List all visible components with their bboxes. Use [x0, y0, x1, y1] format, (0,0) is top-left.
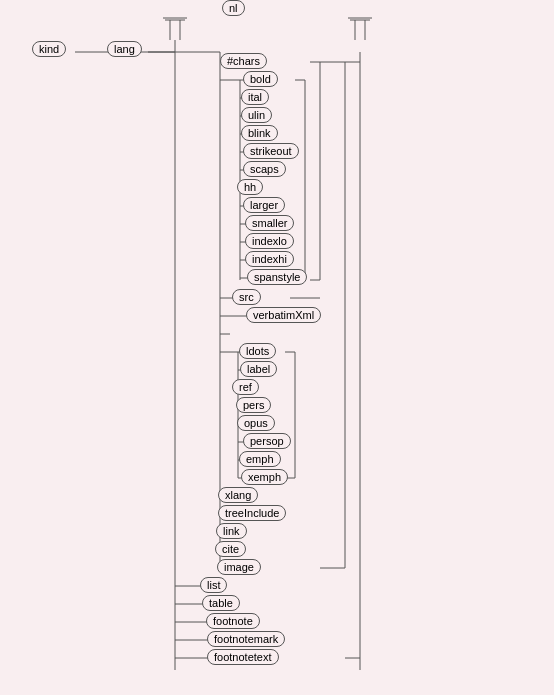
node-lang[interactable]: lang [107, 41, 142, 57]
node-list[interactable]: list [200, 577, 227, 593]
node-blink[interactable]: blink [241, 125, 278, 141]
node-spanstyle[interactable]: spanstyle [247, 269, 307, 285]
node-bold[interactable]: bold [243, 71, 278, 87]
node-verbatimxml[interactable]: verbatimXml [246, 307, 321, 323]
node-cite[interactable]: cite [215, 541, 246, 557]
node-xemph[interactable]: xemph [241, 469, 288, 485]
node-emph[interactable]: emph [239, 451, 281, 467]
node-larger[interactable]: larger [243, 197, 285, 213]
node-table[interactable]: table [202, 595, 240, 611]
node-chars[interactable]: #chars [220, 53, 267, 69]
node-ldots[interactable]: ldots [239, 343, 276, 359]
node-footnotetext[interactable]: footnotetext [207, 649, 279, 665]
node-pers[interactable]: pers [236, 397, 271, 413]
diagram-container: kind lang #chars bold ital ulin blink st… [0, 0, 554, 695]
node-src[interactable]: src [232, 289, 261, 305]
node-xlang[interactable]: xlang [218, 487, 258, 503]
node-scaps[interactable]: scaps [243, 161, 286, 177]
node-footnote[interactable]: footnote [206, 613, 260, 629]
node-persop[interactable]: persop [243, 433, 291, 449]
connector-lines [0, 0, 554, 695]
node-ital[interactable]: ital [241, 89, 269, 105]
node-smaller[interactable]: smaller [245, 215, 294, 231]
node-ulin[interactable]: ulin [241, 107, 272, 123]
node-indexlo[interactable]: indexlo [245, 233, 294, 249]
node-footnotemark[interactable]: footnotemark [207, 631, 285, 647]
node-strikeout[interactable]: strikeout [243, 143, 299, 159]
node-nl[interactable]: nl [222, 0, 245, 16]
node-opus[interactable]: opus [237, 415, 275, 431]
node-hh[interactable]: hh [237, 179, 263, 195]
node-treeinclude[interactable]: treeInclude [218, 505, 286, 521]
node-kind[interactable]: kind [32, 41, 66, 57]
node-label[interactable]: label [240, 361, 277, 377]
node-image[interactable]: image [217, 559, 261, 575]
node-indexhi[interactable]: indexhi [245, 251, 294, 267]
node-link[interactable]: link [216, 523, 247, 539]
node-ref[interactable]: ref [232, 379, 259, 395]
